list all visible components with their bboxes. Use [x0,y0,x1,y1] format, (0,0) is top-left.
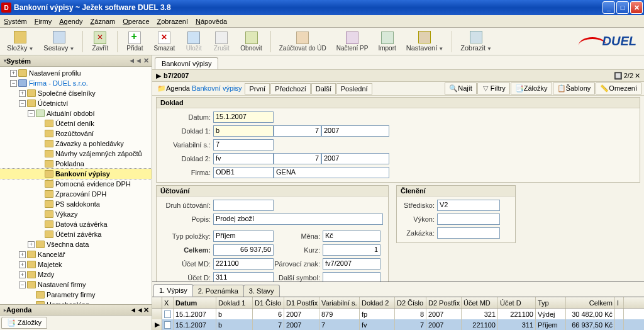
tree-item[interactable]: +Majetek [0,259,152,270]
dalsisym-input[interactable] [323,272,380,282]
maximize-button[interactable]: □ [616,1,629,14]
tree-item-selected[interactable]: Bankovní výpisy [0,169,152,179]
minimize-button[interactable]: _ [602,1,615,14]
tree-item[interactable]: Pomocná evidence DPH [0,179,152,189]
col-d2p[interactable]: D2 Postfix [426,297,462,308]
tb-nactenipp[interactable]: Načtení PP [332,29,373,54]
menu-agendy[interactable]: Agendy [59,18,82,25]
ucetd-input[interactable]: 311 [213,272,274,282]
tree-item[interactable]: Účetní závěrka [0,229,152,239]
parznak-input[interactable]: fv7/2007 [323,258,380,270]
celkem-input[interactable]: 66 937,50 [213,244,274,256]
stredisko-input[interactable]: V2 [437,200,500,211]
find-button[interactable]: 🔍Najít [445,82,477,94]
row-checkbox[interactable] [164,310,171,318]
col-x[interactable]: X [162,297,174,308]
pin-icon[interactable]: ◄◄ [128,57,142,65]
doklad2-a-input[interactable]: fv [213,153,274,164]
menu-napoveda[interactable]: Nápověda [196,18,227,25]
tb-smazat[interactable]: Smazat [149,29,179,54]
menu-zobrazeni[interactable]: Zobrazení [157,18,189,25]
kurz-input[interactable]: 1 [323,244,380,256]
col-datum[interactable]: Datum [174,297,216,308]
tree-item[interactable]: −Aktuální období [0,108,152,118]
nav-last-button[interactable]: Poslední [336,83,372,94]
popis-input[interactable]: Prodej zboží [213,213,383,225]
datum-input[interactable]: 15.1.2007 [213,111,274,123]
tb-zauctovat[interactable]: Zaúčtovat do ÚD [275,29,331,54]
close-button[interactable]: ✕ [630,1,643,14]
col-d2[interactable]: Doklad 2 [360,297,395,308]
firma-b-input[interactable]: GENA [274,167,389,178]
doklad2-b-input[interactable]: 7 [274,153,321,164]
tree-item[interactable]: +Mzdy [0,270,152,280]
tree-item[interactable]: +Všechna data [0,239,152,249]
tree-item[interactable]: −Účetnictví [0,98,152,108]
tb-zavrit[interactable]: Zavřít [87,29,113,54]
tree-item[interactable]: Pokladna [0,159,152,169]
document-tab[interactable]: Bankovní výpisy [155,57,218,69]
doklad1-a-input[interactable]: b [213,125,274,137]
tb-ulozit[interactable]: Uložit [180,29,207,54]
tree-item[interactable]: −Nastavení firmy [0,280,152,290]
menu-zaznam[interactable]: Záznam [91,18,116,25]
doklad2-c-input[interactable]: 2007 [321,153,389,164]
typ-input[interactable]: Příjem [213,230,274,242]
col-d1c[interactable]: D1 Číslo [253,297,284,308]
ucetmd-input[interactable]: 221100 [213,258,274,270]
nav-first-button[interactable]: První [245,83,270,94]
col-vs[interactable]: Variabilní s. [319,297,360,308]
tree-item[interactable]: Rozúčtování [0,128,152,139]
tree-item[interactable]: Výkazy [0,209,152,219]
zakazka-input[interactable] [437,227,500,239]
tree-item[interactable]: +Nastavení profilu [0,68,152,78]
close-doc-icon[interactable]: ✕ [635,72,640,80]
btab-poznamka[interactable]: 2. Poznámka [192,285,244,297]
tb-zrusit[interactable]: Zrušit [208,29,235,54]
row-checkbox[interactable] [164,321,171,329]
tree-item[interactable]: Závazky a pohledávky [0,139,152,149]
tree-item[interactable]: −Firma - DUEL s.r.o. [0,78,152,88]
data-grid[interactable]: X Datum Doklad 1 D1 Číslo D1 Postfix Var… [152,297,644,330]
col-d[interactable]: Účet D [498,297,536,308]
col-typ[interactable]: Typ [536,297,566,308]
close-panel-icon[interactable]: ✕ [143,57,149,65]
tb-obnovit[interactable]: Obnovit [236,29,266,54]
tb-import[interactable]: Import [374,29,400,54]
tree-item[interactable]: PS saldokonta [0,199,152,209]
tb-pridat[interactable]: Přidat [121,29,148,54]
doklad1-c-input[interactable]: 2007 [321,125,389,137]
tree-item[interactable]: +Kancelář [0,249,152,259]
menu-operace[interactable]: Operace [123,18,149,25]
btab-stavy[interactable]: 3. Stavy [243,285,280,297]
druh-input[interactable] [213,200,274,211]
firma-a-input[interactable]: ODB1 [213,167,274,178]
tab-zalozky[interactable]: 📑 Záložky [1,317,47,329]
col-d2c[interactable]: D2 Číslo [395,297,426,308]
tree-item[interactable]: Parametry firmy [0,290,152,300]
agenda-link[interactable]: Bankovní výpisy [192,84,242,92]
menu-system[interactable]: Systém [4,18,27,25]
col-md[interactable]: Účet MD [462,297,498,308]
btab-vypisy[interactable]: 1. Výpisy [153,284,193,297]
col-d1p[interactable]: D1 Postfix [284,297,319,308]
tree-item[interactable]: Návrhy vzájemných zápočtů [0,149,152,159]
col-i[interactable]: I [615,297,624,308]
templates-button[interactable]: 📋Šablony [553,82,596,94]
doklad1-b-input[interactable]: 7 [274,125,321,137]
tree-item[interactable]: Datová uzávěrka [0,219,152,229]
tree[interactable]: +Nastavení profilu −Firma - DUEL s.r.o. … [0,67,152,304]
grid-row[interactable]: 15.1.2007 b 6 2007 879 fp 8 2007 321 221… [152,309,644,319]
tb-nastaveni[interactable]: Nastavení▼ [402,29,448,54]
tb-zobrazit[interactable]: Zobrazit▼ [456,29,496,54]
filters-button[interactable]: ▽Filtry [477,82,510,94]
bookmarks-button[interactable]: 📑Záložky [511,82,552,94]
nav-next-button[interactable]: Další [311,83,336,94]
vykon-input[interactable] [437,213,500,225]
col-d1[interactable]: Doklad 1 [216,297,253,308]
restrict-button[interactable]: 📏Omezení [596,82,641,94]
tree-item[interactable]: Zpracování DPH [0,189,152,199]
tb-slozky[interactable]: Složky▼ [3,29,38,54]
tb-sestavy[interactable]: Sestavy▼ [39,29,79,54]
tree-item[interactable]: +Společné číselníky [0,88,152,98]
